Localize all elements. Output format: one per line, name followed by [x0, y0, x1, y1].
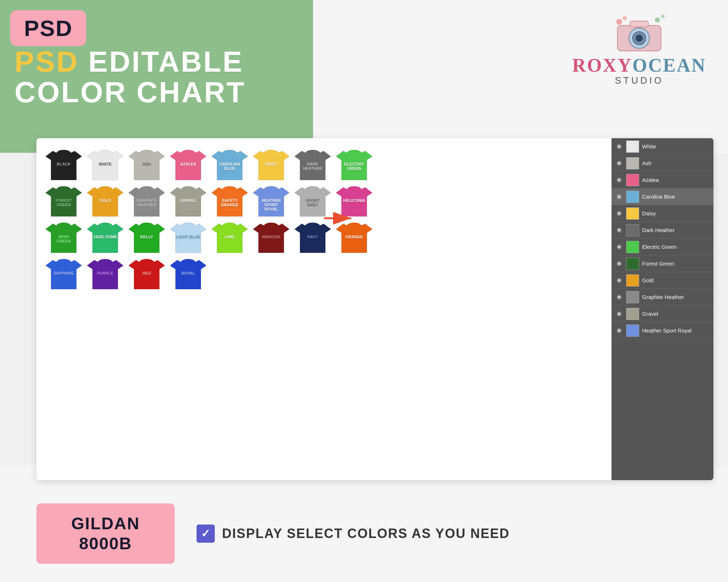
tshirt-item: GOLD — [85, 186, 125, 218]
layer-item[interactable]: ◉Electric Green — [612, 239, 713, 255]
tshirt-item: CAROLINA BLUE — [210, 149, 250, 182]
display-label: DISPLAY SELECT COLORS AS YOU NEED — [222, 526, 510, 541]
layer-name-label: Graphite Heather — [642, 294, 684, 300]
layer-item[interactable]: ◉Graphite Heather — [612, 289, 713, 306]
tshirt-item: IRISH GREEN — [44, 222, 84, 255]
tshirt-row: BLACK WHITE ASH AZALEA CAROLINA BLUE DAI… — [44, 149, 604, 182]
tshirt-label: AZALEA — [175, 162, 201, 166]
svg-point-5 — [616, 19, 622, 25]
layer-eye-icon[interactable]: ◉ — [615, 159, 623, 167]
layer-eye-icon[interactable]: ◉ — [615, 226, 623, 234]
tshirt-grid: BLACK WHITE ASH AZALEA CAROLINA BLUE DAI… — [36, 138, 612, 480]
layer-thumbnail — [626, 308, 639, 320]
layer-item[interactable]: ◉Dark Heather — [612, 222, 713, 239]
arrow-container — [324, 211, 357, 227]
tshirt-label: LIME — [217, 235, 242, 239]
layer-eye-icon[interactable]: ◉ — [615, 143, 623, 151]
tshirt-label: FOREST GREEN — [51, 198, 76, 207]
checkbox-icon: ✓ — [197, 525, 215, 543]
layer-item[interactable]: ◉Daisy — [612, 205, 713, 222]
layer-thumbnail — [626, 324, 639, 337]
layer-item[interactable]: ◉Ash — [612, 155, 713, 172]
tshirt-item: GRAVEL — [168, 186, 208, 218]
layer-eye-icon[interactable]: ◉ — [615, 260, 623, 268]
layer-thumbnail — [626, 207, 639, 220]
layer-eye-icon[interactable]: ◉ — [615, 193, 623, 201]
psd-badge: PSD — [10, 10, 86, 46]
logo-roxy: ROXY — [572, 55, 632, 76]
layer-thumbnail — [626, 174, 639, 186]
headline-rest: EDITABLE — [79, 45, 244, 78]
tshirt-label: LIGHT BLUE — [175, 235, 201, 239]
layer-eye-icon[interactable]: ◉ — [615, 176, 623, 184]
tshirt-item: DARK HEATHER — [293, 149, 333, 182]
tshirt-item: LIME — [210, 222, 250, 255]
layer-name-label: Ash — [642, 160, 652, 166]
brand-name: GILDAN 8000B — [66, 514, 146, 554]
layer-item[interactable]: ◉Gold — [612, 272, 713, 289]
headline-line1: PSD EDITABLE — [15, 47, 246, 76]
layer-eye-icon[interactable]: ◉ — [615, 310, 623, 318]
layer-eye-icon[interactable]: ◉ — [615, 293, 623, 301]
tshirt-item: KELLY — [127, 222, 167, 255]
tshirt-label: NAVY — [300, 235, 325, 239]
tshirt-label: WHITE — [92, 162, 118, 166]
layer-item[interactable]: ◉White — [612, 138, 713, 155]
svg-point-7 — [655, 17, 660, 23]
layer-thumbnail — [626, 274, 639, 287]
tshirt-item: WHITE — [85, 149, 125, 182]
tshirt-item: PURPLE — [85, 258, 125, 291]
tshirt-label: JADE DOME — [92, 235, 118, 239]
layer-eye-icon[interactable]: ◉ — [615, 276, 623, 284]
logo-area: ROXYOCEAN STUDIO — [572, 11, 706, 86]
tshirt-row: SAPPHIRE PURPLE RED ROYAL — [44, 258, 604, 291]
layer-name-label: Gold — [642, 277, 654, 283]
layer-name-label: Dark Heather — [642, 227, 674, 233]
layer-item[interactable]: ◉Forest Green — [612, 255, 713, 272]
tshirt-item: AZALEA — [168, 149, 208, 182]
layer-item[interactable]: ◉Carolina Blue — [612, 188, 713, 205]
tshirt-item: BLACK — [44, 149, 84, 182]
arrow-icon — [324, 211, 357, 226]
tshirt-item: GRAPHITE HEATHER — [127, 186, 167, 218]
logo-ocean: OCEAN — [632, 55, 706, 76]
svg-point-3 — [636, 35, 643, 42]
headline-psd: PSD — [15, 45, 79, 78]
main-card: BLACK WHITE ASH AZALEA CAROLINA BLUE DAI… — [36, 138, 713, 480]
layer-eye-icon[interactable]: ◉ — [615, 243, 623, 251]
layer-item[interactable]: ◉Gravel — [612, 306, 713, 322]
layer-name-label: Forest Green — [642, 260, 674, 267]
layer-name-label: Azalea — [642, 177, 659, 183]
tshirt-label: SAPPHIRE — [51, 271, 76, 275]
bottom-section: GILDAN 8000B ✓ DISPLAY SELECT COLORS AS … — [36, 503, 692, 564]
tshirt-label: CAROLINA BLUE — [217, 162, 242, 171]
layer-name-label: Heather Sport Royal — [642, 327, 692, 334]
tshirt-item: RED — [127, 258, 167, 291]
layer-eye-icon[interactable]: ◉ — [615, 210, 623, 218]
tshirt-item: HEATHER SPORT ROYAL — [251, 186, 291, 218]
tshirt-label: KELLY — [134, 235, 159, 239]
tshirt-label: SPORT GREY — [300, 198, 325, 207]
layer-name-label: Gravel — [642, 311, 658, 317]
gildan-badge: GILDAN 8000B — [36, 503, 175, 564]
tshirt-item: SAFETY ORANGE — [210, 186, 250, 218]
svg-point-6 — [622, 16, 627, 20]
layer-item[interactable]: ◉Azalea — [612, 172, 713, 188]
headline: PSD EDITABLE COLOR CHART — [15, 47, 246, 108]
psd-badge-label: PSD — [24, 16, 72, 41]
headline-line2: COLOR CHART — [15, 76, 246, 108]
tshirt-label: ELECTRIC GREEN — [341, 162, 367, 171]
tshirt-label: GRAPHITE HEATHER — [134, 198, 159, 207]
tshirt-label: GRAVEL — [175, 198, 201, 203]
layer-name-label: White — [642, 143, 656, 150]
tshirt-label: DAISY — [258, 162, 284, 166]
layer-item[interactable]: ◉Heather Sport Royal — [612, 322, 713, 339]
logo-text: ROXYOCEAN — [572, 56, 706, 75]
tshirt-item: MAROON — [251, 222, 291, 255]
tshirt-label: ROYAL — [175, 271, 201, 275]
tshirt-item: JADE DOME — [85, 222, 125, 255]
tshirt-item: DAISY — [251, 149, 291, 182]
tshirt-label: BLACK — [51, 162, 76, 166]
layer-eye-icon[interactable]: ◉ — [615, 327, 623, 335]
tshirt-item: ELECTRIC GREEN — [334, 149, 374, 182]
